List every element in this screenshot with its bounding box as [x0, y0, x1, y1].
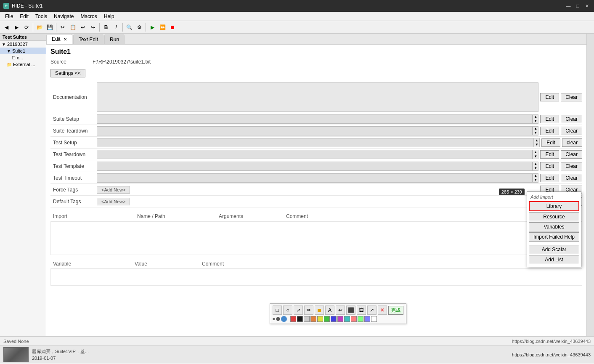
toolbar-italic[interactable]: I [111, 23, 121, 32]
test-template-edit-button[interactable]: Edit [540, 162, 559, 170]
tree-item-suite1[interactable]: ▼ Suite1 [0, 48, 46, 54]
toolbar-undo[interactable]: ↩ [78, 23, 88, 32]
tab-edit[interactable]: Edit ✕ [46, 34, 72, 44]
test-teardown-edit-button[interactable]: Edit [540, 150, 559, 159]
tree-item-external[interactable]: 📁 External ... [0, 61, 46, 68]
tab-run[interactable]: Run [104, 35, 125, 44]
popup-add-list-button[interactable]: Add List [529, 255, 579, 264]
menu-help[interactable]: Help [101, 12, 118, 21]
toolbar-copy[interactable]: 📋 [68, 23, 77, 32]
toolbar-redo[interactable]: ↪ [88, 23, 98, 32]
test-teardown-field[interactable] [97, 150, 533, 159]
color-light-red[interactable] [351, 316, 357, 322]
tree-item-20190327[interactable]: ▼ 20190327 [0, 41, 46, 48]
popup-library-button[interactable]: Library [529, 201, 579, 211]
suite-teardown-edit-button[interactable]: Edit [540, 127, 559, 135]
color-light-green[interactable] [358, 316, 363, 322]
toolbar-refresh[interactable]: ⟳ [22, 23, 31, 32]
color-purple[interactable] [337, 316, 343, 322]
suite-setup-spinner[interactable]: ▲ ▼ [533, 114, 538, 124]
bottom-thumbnail [3, 347, 29, 362]
toolbar-search[interactable]: 🔍 [125, 23, 134, 32]
draw-highlight-tool[interactable]: ◼ [315, 306, 324, 315]
test-teardown-spinner[interactable]: ▲ ▼ [533, 150, 538, 159]
color-black[interactable] [297, 316, 303, 322]
draw-cancel[interactable]: ✕ [378, 306, 387, 315]
doc-clear-button[interactable]: Clear [561, 93, 582, 101]
menu-tools[interactable]: Tools [32, 12, 50, 21]
size-large-dot[interactable] [281, 316, 287, 322]
toolbar-run[interactable]: ▶ [148, 23, 157, 32]
color-red[interactable] [290, 316, 296, 322]
test-setup-field[interactable] [97, 138, 534, 147]
close-button[interactable]: ✕ [583, 2, 591, 10]
draw-circle-tool[interactable]: ○ [283, 306, 292, 315]
toolbar-settings[interactable]: ⚙ [135, 23, 144, 32]
color-light-blue[interactable] [364, 316, 370, 322]
menu-navigate[interactable]: Navigate [50, 12, 77, 21]
draw-crop-tool[interactable]: ↗ [367, 306, 377, 315]
draw-pen-tool[interactable]: ✏ [304, 306, 313, 315]
settings-toggle-button[interactable]: Settings << [50, 69, 85, 77]
toolbar-open[interactable]: 📂 [35, 23, 44, 32]
toolbar-cut[interactable]: ✂ [58, 23, 67, 32]
toolbar-stop[interactable]: ⏹ [168, 23, 177, 32]
test-timeout-edit-button[interactable]: Edit [540, 174, 559, 182]
tab-edit-close[interactable]: ✕ [64, 37, 67, 42]
color-green[interactable] [324, 316, 330, 322]
draw-mosaic-tool[interactable]: ⬛ [346, 306, 355, 315]
toolbar-bold[interactable]: B [101, 23, 111, 32]
draw-done-button[interactable]: 完成 [388, 306, 403, 315]
test-timeout-field[interactable] [97, 173, 533, 183]
popup-resource-button[interactable]: Resource [529, 212, 579, 221]
color-cyan[interactable] [344, 316, 350, 322]
test-template-clear-button[interactable]: Clear [561, 162, 582, 170]
draw-rect-tool[interactable]: □ [273, 306, 282, 315]
tree-item-checkbox[interactable]: ☐ c... [0, 54, 46, 61]
popup-variables-button[interactable]: Variables [529, 222, 579, 231]
color-white[interactable] [371, 316, 377, 322]
draw-undo[interactable]: ↩ [336, 306, 345, 315]
test-timeout-clear-button[interactable]: Clear [561, 174, 582, 182]
default-tags-add-new[interactable]: <Add New> [97, 198, 130, 205]
toolbar-forward[interactable]: ▶ [12, 23, 21, 32]
doc-edit-button[interactable]: Edit [540, 93, 559, 101]
bottom-text1: 题库购买，Suite1VIP，鉴... [32, 348, 89, 355]
suite-teardown-field[interactable] [97, 126, 533, 136]
size-small-dot[interactable] [273, 318, 275, 320]
test-setup-clear-button[interactable]: clear [562, 138, 582, 147]
size-medium-dot[interactable] [276, 317, 280, 321]
draw-image-tool[interactable]: 🖼 [357, 306, 366, 315]
suite-teardown-spinner[interactable]: ▲ ▼ [533, 126, 538, 136]
color-blue[interactable] [331, 316, 337, 322]
tab-text-edit[interactable]: Text Edit [73, 35, 103, 44]
suite-setup-clear-button[interactable]: Clear [561, 115, 582, 123]
suite-setup-field[interactable] [97, 114, 533, 124]
minimize-button[interactable]: — [565, 2, 572, 10]
color-gray[interactable] [304, 316, 310, 322]
color-yellow[interactable] [317, 316, 323, 322]
color-orange[interactable] [310, 316, 316, 322]
toolbar-run-all[interactable]: ⏩ [158, 23, 167, 32]
popup-add-scalar-button[interactable]: Add Scalar [529, 245, 579, 254]
maximize-button[interactable]: □ [574, 2, 581, 10]
toolbar-back[interactable]: ◀ [2, 23, 11, 32]
spinner-down[interactable]: ▼ [533, 119, 538, 123]
test-template-field[interactable] [97, 162, 533, 171]
test-template-spinner[interactable]: ▲ ▼ [533, 162, 538, 171]
force-tags-add-new[interactable]: <Add New> [97, 186, 130, 194]
draw-text-tool[interactable]: A [325, 306, 334, 315]
spinner-up[interactable]: ▲ [533, 115, 538, 119]
test-timeout-spinner[interactable]: ▲ ▼ [533, 173, 538, 183]
draw-arrow-tool[interactable]: ↗ [294, 306, 303, 315]
menu-file[interactable]: File [2, 12, 16, 21]
suite-setup-edit-button[interactable]: Edit [540, 115, 559, 123]
menu-edit[interactable]: Edit [16, 12, 32, 21]
menu-macros[interactable]: Macros [77, 12, 100, 21]
toolbar-save[interactable]: 💾 [45, 23, 54, 32]
test-setup-spinner[interactable]: ▲ ▼ [534, 138, 540, 147]
test-setup-edit-button[interactable]: Edit [541, 138, 560, 147]
suite-teardown-clear-button[interactable]: Clear [561, 127, 582, 135]
popup-import-failed-help-button[interactable]: Import Failed Help [529, 232, 579, 242]
test-teardown-clear-button[interactable]: Clear [561, 150, 582, 159]
